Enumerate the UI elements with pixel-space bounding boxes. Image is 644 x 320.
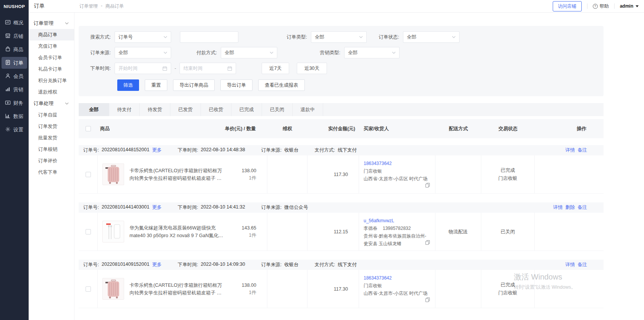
view-reports-button[interactable]: 查看已生成报表 <box>258 79 305 91</box>
nav-item-shop[interactable]: 店铺 <box>2 30 27 42</box>
order-source: 收银台 <box>284 262 299 268</box>
reset-button[interactable]: 重置 <box>145 79 167 91</box>
sidebar-item-giftcard-orders[interactable]: 礼品卡订单 <box>29 63 74 75</box>
pay-method: 线下支付 <box>338 262 357 268</box>
row-checkbox[interactable] <box>86 286 91 292</box>
product-title: 卡帝乐鳄鱼(CARTELO)行李箱旅行箱铝框万向轮男女学生拉杆箱密码箱登机箱皮箱… <box>129 167 224 182</box>
sidebar-item-membercard-orders[interactable]: 会员卡订单 <box>29 52 74 63</box>
tab-completed[interactable]: 已完成 <box>231 103 262 116</box>
search-keyword-input[interactable] <box>180 31 238 43</box>
remark-link[interactable]: 备注 <box>578 204 587 211</box>
nav-item-member[interactable]: 会员 <box>2 70 27 82</box>
search-mode-select[interactable]: 订单号 <box>115 31 171 43</box>
main-content: 搜索方式: 订单号 订单类型: 全部 订单状态: <box>74 13 644 320</box>
select-all-checkbox[interactable] <box>86 126 91 131</box>
tab-received[interactable]: 已收货 <box>201 103 231 116</box>
help-button[interactable]: ? 帮助 <box>593 3 609 10</box>
tab-refunding[interactable]: 退款中 <box>293 103 323 116</box>
tab-pending-shipment[interactable]: 待发货 <box>140 103 170 116</box>
buyer-cell: 18634373642 门店收银 山西省-太原市-小店区 时代广场 <box>359 155 435 193</box>
nav-label: 概况 <box>13 19 23 26</box>
row-checkbox[interactable] <box>86 172 91 177</box>
remark-link[interactable]: 备注 <box>578 262 587 268</box>
buyer-account-link[interactable]: 18634373642 <box>364 161 392 166</box>
order-time: 2022-08-10 14:41:32 <box>201 204 245 211</box>
tab-pending-payment[interactable]: 待支付 <box>109 103 140 116</box>
buyer-account-link[interactable]: 18634373642 <box>364 275 392 281</box>
col-operate: 操作 <box>535 119 604 138</box>
more-link[interactable]: 更多 <box>152 262 162 268</box>
nav-item-marketing[interactable]: 营销 <box>2 84 27 95</box>
col-delivery: 配送方式 <box>435 119 481 138</box>
copy-icon[interactable] <box>425 297 430 304</box>
more-link[interactable]: 更多 <box>152 204 162 211</box>
order-time: 2022-08-10 14:48:38 <box>201 147 245 154</box>
delete-link[interactable]: 删除 <box>565 204 575 211</box>
tab-closed[interactable]: 已关闭 <box>262 103 293 116</box>
sidebar-item-delivery[interactable]: 订单发货 <box>29 121 74 132</box>
filter-button[interactable]: 筛选 <box>117 79 139 91</box>
sidebar-item-refund[interactable]: 退款维权 <box>29 86 74 98</box>
end-date-picker[interactable]: 结束时间 <box>180 63 236 74</box>
nav-label: 店铺 <box>13 33 23 40</box>
row-checkbox[interactable] <box>86 229 91 234</box>
start-date-picker[interactable]: 开始时间 <box>115 63 171 74</box>
visit-shop-button[interactable]: 访问店铺 <box>553 1 582 11</box>
nav-label: 财务 <box>13 100 23 107</box>
marketing-type-select[interactable]: 全部 <box>344 47 400 58</box>
detail-link[interactable]: 详情 <box>565 262 575 268</box>
table-header: 商品 单价(元) / 数量 维权 实付金额(元) 买家/收货人 配送方式 交易状… <box>79 119 604 138</box>
order-source-select[interactable]: 全部 <box>115 47 171 58</box>
sidebar-item-goods-orders[interactable]: 商品订单 <box>29 29 74 40</box>
nav-item-overview[interactable]: 概况 <box>2 17 27 29</box>
buyer-address: 山西省-太原市-小店区 时代广场 <box>364 289 430 297</box>
product-image-suitcase <box>102 278 124 300</box>
sidebar-item-self-pickup[interactable]: 订单自提 <box>29 109 74 121</box>
help-icon: ? <box>593 4 598 9</box>
tab-shipped[interactable]: 已发货 <box>170 103 201 116</box>
member-icon <box>5 73 11 80</box>
buyer-address: 山西省-太原市-小店区 时代广场 <box>364 175 430 183</box>
nav-item-settings[interactable]: 设置 <box>2 124 27 136</box>
chevron-down-icon <box>270 52 273 54</box>
product-qty: 1件 <box>242 232 256 239</box>
col-paid-amount: 实付金额(元) <box>307 119 359 138</box>
sidebar-item-points-orders[interactable]: 积分兑换订单 <box>29 75 74 86</box>
export-orders-button[interactable]: 导出订单 <box>220 79 252 91</box>
copy-icon[interactable] <box>425 182 430 190</box>
last-30-days-button[interactable]: 近30天 <box>297 63 327 74</box>
sidebar-item-verify[interactable]: 订单核销 <box>29 144 74 155</box>
chevron-down-icon <box>392 52 396 54</box>
breadcrumb-section[interactable]: 订单管理 <box>79 3 98 10</box>
user-menu[interactable]: admin <box>620 3 639 9</box>
sidebar-item-proxy-order[interactable]: 代客下单 <box>29 166 74 178</box>
last-7-days-button[interactable]: 近7天 <box>262 63 289 74</box>
order-source-label: 订单来源: <box>261 262 282 268</box>
product-qty: 1件 <box>242 289 256 296</box>
status-tabbar: 全部 待支付 待发货 已发货 已收货 已完成 已关闭 退款中 <box>79 103 604 116</box>
more-link[interactable]: 更多 <box>152 147 162 154</box>
tab-all[interactable]: 全部 <box>79 103 109 116</box>
snav-group-order-processing[interactable]: 订单处理 <box>29 98 74 109</box>
sidebar-item-review[interactable]: 订单评价 <box>29 155 74 166</box>
detail-link[interactable]: 详情 <box>565 147 575 154</box>
product-price: 143.65 <box>242 225 256 232</box>
nav-item-goods[interactable]: 商品 <box>2 44 27 55</box>
copy-icon[interactable] <box>425 239 430 247</box>
nav-item-order[interactable]: 订单 <box>2 57 27 69</box>
sidebar-item-recharge-orders[interactable]: 充值订单 <box>29 40 74 52</box>
order-status-select[interactable]: 全部 <box>403 31 460 43</box>
nav-item-finance[interactable]: 财务 <box>2 97 27 109</box>
pay-type-select[interactable]: 全部 <box>221 47 277 58</box>
buyer-account-link[interactable]: u_56afkmvwzL <box>364 218 394 223</box>
sidebar-item-batch-delivery[interactable]: 批量发货 <box>29 132 74 144</box>
nav-item-data[interactable]: 数据 <box>2 110 27 122</box>
detail-link[interactable]: 详情 <box>553 204 563 211</box>
export-order-goods-button[interactable]: 导出订单商品 <box>173 79 215 91</box>
snav-group-order-management[interactable]: 订单管理 <box>29 18 74 29</box>
product-qty: 1件 <box>242 175 256 182</box>
order-type-select[interactable]: 全部 <box>311 31 367 43</box>
chevron-down-icon <box>65 22 69 24</box>
username: admin <box>620 3 633 9</box>
remark-link[interactable]: 备注 <box>578 147 587 154</box>
